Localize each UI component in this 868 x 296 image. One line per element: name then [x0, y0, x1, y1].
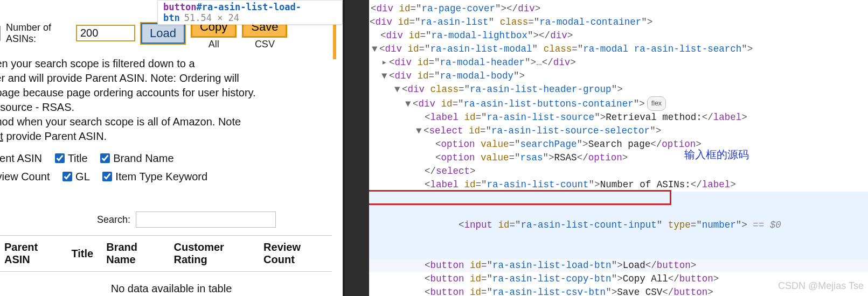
dom-line-selected[interactable]: ⋯ <input id="ra-asin-list-count-input" t…: [349, 192, 868, 259]
th-brand[interactable]: Brand Name: [100, 236, 167, 272]
rendered-page: button#ra-asin-list-load-btn51.54 × 24 a…: [0, 0, 345, 296]
dom-line[interactable]: ▼<div id="ra-asin-list-modal" class="ra-…: [349, 43, 868, 56]
dom-line[interactable]: ▼<div id="ra-modal-body">: [349, 69, 868, 83]
annotation-redbox: [345, 190, 671, 205]
watermark: CSDN @Mejias Tse: [778, 279, 864, 293]
search-label: Search:: [97, 214, 130, 225]
chk-item-type[interactable]: Item Type Keyword: [102, 171, 207, 182]
th-parent-asin[interactable]: Parent ASIN: [0, 236, 65, 272]
th-rating[interactable]: Customer Rating: [168, 236, 258, 272]
panel-gutter: [345, 0, 369, 296]
instruction-text: hod when your search scope is filtered d…: [0, 57, 338, 144]
asin-count-input[interactable]: [76, 25, 135, 41]
inspector-tooltip: button#ra-asin-list-load-btn51.54 × 24: [157, 0, 343, 25]
dom-line[interactable]: <button id="ra-asin-list-load-btn">Load<…: [349, 259, 868, 272]
chk-brand[interactable]: Brand Name: [100, 152, 173, 164]
no-data-row: No data available in table: [0, 283, 343, 296]
dom-line[interactable]: <div id="ra-modal-lightbox"></div>: [349, 29, 868, 43]
dom-line[interactable]: <label id="ra-asin-list-source">Retrieva…: [349, 111, 868, 124]
load-button[interactable]: Load: [141, 23, 185, 44]
devtools-elements[interactable]: <div id="ra-page-cover"></div> ▼<div id=…: [345, 0, 868, 296]
dom-line[interactable]: ▼<div id="ra-asin-list" class="ra-modal-…: [349, 16, 868, 29]
annotation-note: 输入框的源码: [684, 148, 749, 161]
dom-line[interactable]: <option value="rsas">RSAS</option>: [349, 151, 868, 165]
chk-parent-asin[interactable]: Parent ASIN: [0, 152, 42, 164]
dom-line[interactable]: ▼<div class="ra-asin-list-header-group">: [349, 83, 868, 96]
dom-line[interactable]: ▸<div id="ra-modal-header">…</div>: [349, 56, 868, 69]
retrieval-method-select[interactable]: age: [0, 26, 1, 41]
chk-review-count[interactable]: Review Count: [0, 171, 50, 182]
tooltip-tag: button: [163, 2, 196, 12]
chk-gl[interactable]: GL: [63, 171, 90, 182]
chk-title[interactable]: Title: [55, 152, 88, 164]
tooltip-dims: 51.54 × 24: [184, 12, 239, 23]
dom-line[interactable]: </select>: [349, 165, 868, 178]
search-input[interactable]: [136, 212, 276, 228]
flex-badge: flex: [647, 96, 666, 111]
results-table: Parent ASIN Title Brand Name Customer Ra…: [0, 235, 332, 272]
asin-count-label: Number of ASINs:: [6, 22, 71, 44]
th-review[interactable]: Review Count: [257, 236, 332, 272]
save-csv-sub: CSV: [255, 39, 275, 50]
dom-line[interactable]: <div id="ra-page-cover"></div>: [349, 2, 868, 16]
copy-all-sub: All: [209, 39, 219, 50]
th-title[interactable]: Title: [65, 236, 100, 272]
dom-line[interactable]: <label id="ra-asin-list-count">Number of…: [349, 178, 868, 192]
dom-line[interactable]: ▼<select id="ra-asin-list-source-selecto…: [349, 124, 868, 138]
dom-line[interactable]: <option value="searchPage">Search page</…: [349, 138, 868, 151]
column-checkboxes: Parent ASIN Title Brand Name Review Coun…: [0, 149, 343, 204]
dom-line[interactable]: ▼<div id="ra-asin-list-buttons-container…: [349, 96, 868, 111]
